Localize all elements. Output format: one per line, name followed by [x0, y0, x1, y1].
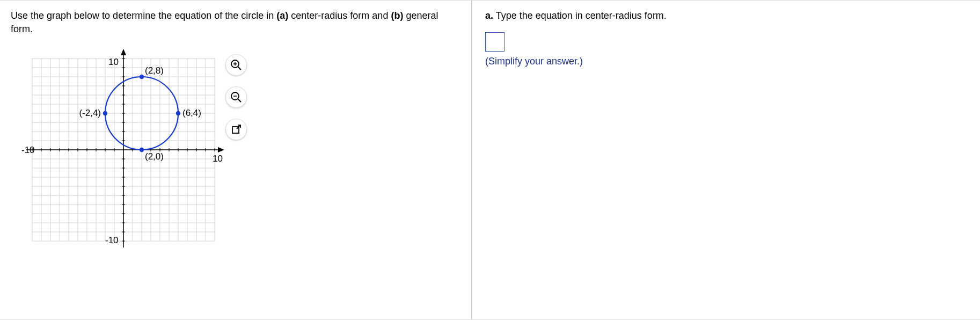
- coordinate-graph: -101010-10(2,8)(-2,4)(6,4)(2,0): [11, 42, 231, 257]
- subquestion-label: a.: [485, 10, 493, 21]
- svg-text:-10: -10: [21, 145, 35, 155]
- answer-input[interactable]: [485, 32, 504, 52]
- zoom-out-icon: [230, 91, 242, 103]
- svg-text:10: 10: [213, 154, 223, 164]
- svg-point-93: [103, 111, 107, 115]
- zoom-in-button[interactable]: [225, 54, 247, 76]
- answer-panel: a. Type the equation in center-radius fo…: [472, 1, 980, 319]
- svg-text:(6,4): (6,4): [182, 108, 201, 118]
- subquestion-text: Type the equation in center-radius form.: [493, 10, 667, 21]
- zoom-in-icon: [230, 59, 242, 71]
- prompt-b-label: (b): [391, 10, 403, 21]
- zoom-out-button[interactable]: [225, 86, 247, 108]
- prompt-prefix: Use the graph below to determine the equ…: [11, 10, 276, 21]
- svg-text:-10: -10: [105, 235, 119, 245]
- answer-hint: (Simplify your answer.): [485, 56, 967, 67]
- subquestion-a: a. Type the equation in center-radius fo…: [485, 9, 967, 23]
- svg-line-100: [238, 67, 241, 70]
- svg-text:(-2,4): (-2,4): [79, 108, 101, 118]
- question-panel: Use the graph below to determine the equ…: [0, 1, 472, 319]
- svg-text:(2,8): (2,8): [145, 66, 164, 76]
- svg-point-95: [176, 111, 180, 115]
- prompt-text: Use the graph below to determine the equ…: [11, 9, 460, 36]
- prompt-a-label: (a): [276, 10, 288, 21]
- prompt-middle: center-radius form and: [288, 10, 391, 21]
- svg-point-91: [140, 75, 144, 79]
- open-external-button[interactable]: [225, 119, 247, 140]
- open-external-icon: [231, 125, 241, 134]
- svg-line-104: [238, 99, 241, 102]
- svg-marker-43: [218, 147, 224, 152]
- graph-controls: [225, 54, 247, 140]
- svg-marker-45: [121, 49, 126, 55]
- svg-text:(2,0): (2,0): [145, 151, 164, 162]
- svg-point-97: [140, 148, 144, 152]
- svg-text:10: 10: [108, 57, 119, 67]
